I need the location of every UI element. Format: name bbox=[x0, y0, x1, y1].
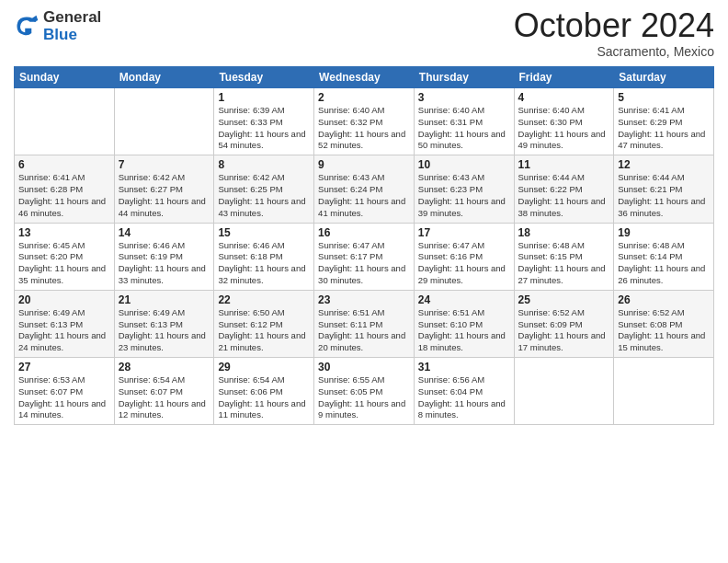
day-number: 28 bbox=[119, 361, 210, 373]
page: General Blue October 2024 Sacramento, Me… bbox=[0, 0, 728, 563]
day-number: 31 bbox=[418, 361, 510, 373]
day-number: 14 bbox=[119, 226, 210, 239]
day-number: 8 bbox=[218, 158, 310, 171]
day-number: 12 bbox=[618, 158, 710, 171]
calendar-week-1: 1Sunrise: 6:39 AMSunset: 6:33 PMDaylight… bbox=[15, 88, 714, 155]
calendar-cell: 9Sunrise: 6:43 AMSunset: 6:24 PMDaylight… bbox=[314, 155, 415, 223]
calendar-cell: 2Sunrise: 6:40 AMSunset: 6:32 PMDaylight… bbox=[314, 88, 415, 155]
calendar-header-row: Sunday Monday Tuesday Wednesday Thursday… bbox=[15, 67, 714, 88]
calendar-cell bbox=[614, 358, 714, 425]
col-friday: Friday bbox=[514, 67, 614, 88]
day-number: 16 bbox=[318, 226, 410, 239]
calendar-cell: 3Sunrise: 6:40 AMSunset: 6:31 PMDaylight… bbox=[414, 88, 514, 155]
day-info: Sunrise: 6:42 AMSunset: 6:27 PMDaylight:… bbox=[119, 172, 210, 219]
calendar-week-4: 20Sunrise: 6:49 AMSunset: 6:13 PMDayligh… bbox=[15, 290, 714, 357]
day-number: 21 bbox=[119, 293, 210, 306]
day-info: Sunrise: 6:43 AMSunset: 6:23 PMDaylight:… bbox=[418, 172, 510, 219]
calendar-cell: 8Sunrise: 6:42 AMSunset: 6:25 PMDaylight… bbox=[214, 155, 314, 223]
day-number: 23 bbox=[318, 293, 410, 306]
day-info: Sunrise: 6:52 AMSunset: 6:08 PMDaylight:… bbox=[618, 307, 710, 354]
logo-general: General bbox=[43, 8, 101, 26]
calendar-cell: 27Sunrise: 6:53 AMSunset: 6:07 PMDayligh… bbox=[15, 358, 115, 425]
calendar-cell: 26Sunrise: 6:52 AMSunset: 6:08 PMDayligh… bbox=[614, 290, 714, 357]
day-info: Sunrise: 6:43 AMSunset: 6:24 PMDaylight:… bbox=[318, 172, 410, 219]
calendar-cell: 17Sunrise: 6:47 AMSunset: 6:16 PMDayligh… bbox=[414, 223, 514, 290]
day-number: 6 bbox=[18, 158, 110, 171]
day-info: Sunrise: 6:54 AMSunset: 6:07 PMDaylight:… bbox=[119, 374, 210, 421]
day-info: Sunrise: 6:48 AMSunset: 6:15 PMDaylight:… bbox=[518, 240, 610, 287]
calendar-cell: 16Sunrise: 6:47 AMSunset: 6:17 PMDayligh… bbox=[314, 223, 415, 290]
day-info: Sunrise: 6:47 AMSunset: 6:17 PMDaylight:… bbox=[318, 240, 410, 287]
day-info: Sunrise: 6:55 AMSunset: 6:05 PMDaylight:… bbox=[318, 374, 410, 421]
col-wednesday: Wednesday bbox=[314, 67, 415, 88]
day-info: Sunrise: 6:53 AMSunset: 6:07 PMDaylight:… bbox=[18, 374, 110, 421]
day-info: Sunrise: 6:47 AMSunset: 6:16 PMDaylight:… bbox=[418, 240, 510, 287]
calendar-cell bbox=[114, 88, 214, 155]
day-info: Sunrise: 6:48 AMSunset: 6:14 PMDaylight:… bbox=[618, 240, 710, 287]
day-info: Sunrise: 6:49 AMSunset: 6:13 PMDaylight:… bbox=[18, 307, 110, 354]
day-number: 19 bbox=[618, 226, 710, 239]
calendar-cell: 10Sunrise: 6:43 AMSunset: 6:23 PMDayligh… bbox=[414, 155, 514, 223]
calendar-week-2: 6Sunrise: 6:41 AMSunset: 6:28 PMDaylight… bbox=[15, 155, 714, 223]
day-info: Sunrise: 6:40 AMSunset: 6:30 PMDaylight:… bbox=[518, 105, 610, 152]
day-number: 29 bbox=[218, 361, 310, 373]
calendar-week-5: 27Sunrise: 6:53 AMSunset: 6:07 PMDayligh… bbox=[15, 358, 714, 425]
day-info: Sunrise: 6:52 AMSunset: 6:09 PMDaylight:… bbox=[518, 307, 610, 354]
day-info: Sunrise: 6:50 AMSunset: 6:12 PMDaylight:… bbox=[218, 307, 310, 354]
day-number: 4 bbox=[518, 91, 610, 104]
day-number: 17 bbox=[418, 226, 510, 239]
day-info: Sunrise: 6:40 AMSunset: 6:31 PMDaylight:… bbox=[418, 105, 510, 152]
col-sunday: Sunday bbox=[15, 67, 115, 88]
calendar-cell: 19Sunrise: 6:48 AMSunset: 6:14 PMDayligh… bbox=[614, 223, 714, 290]
calendar-table: Sunday Monday Tuesday Wednesday Thursday… bbox=[14, 66, 714, 425]
day-info: Sunrise: 6:46 AMSunset: 6:19 PMDaylight:… bbox=[119, 240, 210, 287]
calendar-cell: 18Sunrise: 6:48 AMSunset: 6:15 PMDayligh… bbox=[514, 223, 614, 290]
calendar-cell: 11Sunrise: 6:44 AMSunset: 6:22 PMDayligh… bbox=[514, 155, 614, 223]
day-number: 22 bbox=[218, 293, 310, 306]
calendar-cell bbox=[514, 358, 614, 425]
day-number: 10 bbox=[418, 158, 510, 171]
day-info: Sunrise: 6:44 AMSunset: 6:22 PMDaylight:… bbox=[518, 172, 610, 219]
col-monday: Monday bbox=[114, 67, 214, 88]
location-title: Sacramento, Mexico bbox=[514, 44, 714, 59]
calendar-cell: 23Sunrise: 6:51 AMSunset: 6:11 PMDayligh… bbox=[314, 290, 415, 357]
col-saturday: Saturday bbox=[614, 67, 714, 88]
calendar-cell: 6Sunrise: 6:41 AMSunset: 6:28 PMDaylight… bbox=[15, 155, 115, 223]
calendar-cell: 12Sunrise: 6:44 AMSunset: 6:21 PMDayligh… bbox=[614, 155, 714, 223]
calendar-cell: 22Sunrise: 6:50 AMSunset: 6:12 PMDayligh… bbox=[214, 290, 314, 357]
col-thursday: Thursday bbox=[414, 67, 514, 88]
calendar-cell: 24Sunrise: 6:51 AMSunset: 6:10 PMDayligh… bbox=[414, 290, 514, 357]
day-number: 3 bbox=[418, 91, 510, 104]
day-number: 27 bbox=[18, 361, 110, 373]
title-block: October 2024 Sacramento, Mexico bbox=[514, 9, 714, 59]
col-tuesday: Tuesday bbox=[214, 67, 314, 88]
day-number: 25 bbox=[518, 293, 610, 306]
day-info: Sunrise: 6:40 AMSunset: 6:32 PMDaylight:… bbox=[318, 105, 410, 152]
calendar-week-3: 13Sunrise: 6:45 AMSunset: 6:20 PMDayligh… bbox=[15, 223, 714, 290]
calendar-cell: 4Sunrise: 6:40 AMSunset: 6:30 PMDaylight… bbox=[514, 88, 614, 155]
day-number: 15 bbox=[218, 226, 310, 239]
day-number: 26 bbox=[618, 293, 710, 306]
day-info: Sunrise: 6:51 AMSunset: 6:10 PMDaylight:… bbox=[418, 307, 510, 354]
logo-blue: Blue bbox=[43, 26, 77, 43]
day-info: Sunrise: 6:54 AMSunset: 6:06 PMDaylight:… bbox=[218, 374, 310, 421]
day-info: Sunrise: 6:41 AMSunset: 6:28 PMDaylight:… bbox=[18, 172, 110, 219]
day-info: Sunrise: 6:51 AMSunset: 6:11 PMDaylight:… bbox=[318, 307, 410, 354]
logo: General Blue bbox=[14, 9, 101, 43]
calendar-cell bbox=[15, 88, 115, 155]
day-number: 1 bbox=[218, 91, 310, 104]
day-number: 18 bbox=[518, 226, 610, 239]
calendar-cell: 15Sunrise: 6:46 AMSunset: 6:18 PMDayligh… bbox=[214, 223, 314, 290]
day-number: 9 bbox=[318, 158, 410, 171]
calendar-cell: 30Sunrise: 6:55 AMSunset: 6:05 PMDayligh… bbox=[314, 358, 415, 425]
calendar-cell: 1Sunrise: 6:39 AMSunset: 6:33 PMDaylight… bbox=[214, 88, 314, 155]
day-info: Sunrise: 6:39 AMSunset: 6:33 PMDaylight:… bbox=[218, 105, 310, 152]
day-info: Sunrise: 6:41 AMSunset: 6:29 PMDaylight:… bbox=[618, 105, 710, 152]
day-number: 5 bbox=[618, 91, 710, 104]
calendar-cell: 7Sunrise: 6:42 AMSunset: 6:27 PMDaylight… bbox=[114, 155, 214, 223]
calendar-cell: 31Sunrise: 6:56 AMSunset: 6:04 PMDayligh… bbox=[414, 358, 514, 425]
logo-text: General Blue bbox=[43, 9, 101, 43]
day-number: 24 bbox=[418, 293, 510, 306]
day-info: Sunrise: 6:44 AMSunset: 6:21 PMDaylight:… bbox=[618, 172, 710, 219]
day-info: Sunrise: 6:56 AMSunset: 6:04 PMDaylight:… bbox=[418, 374, 510, 421]
